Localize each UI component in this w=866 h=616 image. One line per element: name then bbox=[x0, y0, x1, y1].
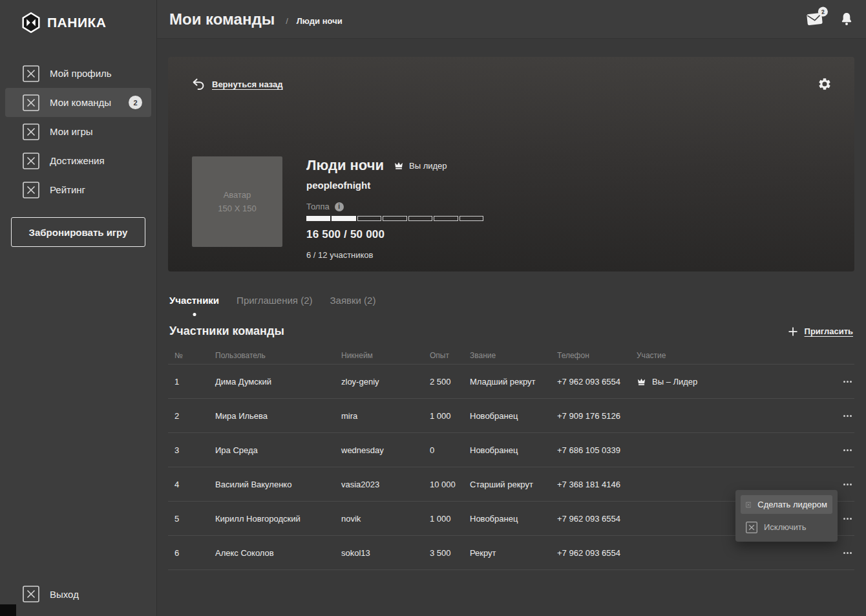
tab-label: Заявки (2) bbox=[330, 295, 376, 306]
messages-count-badge: 2 bbox=[818, 6, 828, 17]
main-area: Мои команды / Люди ночи 2 bbox=[157, 0, 866, 616]
member-nickname: zloy-geniy bbox=[341, 377, 430, 387]
crown-icon bbox=[394, 161, 404, 170]
col-header-num: № bbox=[168, 351, 191, 360]
member-num: 5 bbox=[168, 514, 191, 524]
breadcrumb-separator: / bbox=[286, 16, 288, 26]
panika-hexagon-logo-icon bbox=[21, 12, 41, 33]
sidebar-item-rating[interactable]: Рейтинг bbox=[5, 175, 151, 204]
team-settings-button[interactable] bbox=[818, 77, 832, 94]
invite-button[interactable]: Пригласить bbox=[788, 326, 853, 336]
sidebar-item-label: Рейтинг bbox=[50, 184, 85, 195]
participation-label: Вы – Лидер bbox=[652, 377, 697, 387]
row-menu-button[interactable] bbox=[826, 449, 854, 451]
placeholder-x-icon bbox=[746, 522, 757, 533]
member-num: 3 bbox=[168, 445, 191, 455]
tab-requests[interactable]: Заявки (2) bbox=[330, 295, 376, 316]
teams-count-badge: 2 bbox=[129, 96, 142, 109]
sidebar-item-label: Мои команды bbox=[50, 97, 111, 108]
crown-icon bbox=[637, 377, 646, 386]
member-participation: Вы – Лидер bbox=[637, 377, 826, 387]
col-header-participation: Участие bbox=[637, 351, 826, 360]
menu-item-label: Сделать лидером bbox=[757, 500, 827, 509]
topbar-icons: 2 bbox=[807, 12, 853, 27]
team-card: Вернуться назад Аватар 150 X 150 Люди но… bbox=[168, 57, 854, 271]
team-name: Люди ночи bbox=[306, 157, 384, 174]
progress-segment bbox=[332, 216, 355, 221]
info-icon[interactable]: i bbox=[335, 202, 344, 211]
sidebar-item-label: Достижения bbox=[50, 155, 105, 166]
plus-icon bbox=[788, 327, 797, 336]
sidebar-item-achievements[interactable]: Достижения bbox=[5, 146, 151, 175]
members-count: 6 / 12 участников bbox=[306, 250, 483, 260]
notifications-button[interactable] bbox=[840, 12, 853, 27]
sidebar-item-profile[interactable]: Мой профиль bbox=[5, 59, 151, 88]
members-section-title: Участники команды bbox=[169, 324, 284, 338]
member-rank: Новобранец bbox=[470, 411, 557, 421]
sidebar-nav: Мой профиль Мои команды 2 Мои игры Дости… bbox=[0, 59, 156, 204]
col-header-phone: Телефон bbox=[557, 351, 637, 360]
sidebar-item-games[interactable]: Мои игры bbox=[5, 117, 151, 146]
member-experience: 10 000 bbox=[430, 480, 470, 489]
placeholder-x-icon bbox=[23, 182, 39, 198]
page-title: Мои команды bbox=[169, 10, 275, 28]
member-name: Дима Думский bbox=[215, 377, 341, 387]
back-link-label: Вернуться назад bbox=[212, 80, 283, 89]
topbar: Мои команды / Люди ночи 2 bbox=[157, 0, 866, 39]
placeholder-x-icon bbox=[23, 586, 39, 602]
table-row: 1 Дима Думский zloy-geniy 2 500 Младший … bbox=[168, 365, 854, 399]
tab-invitations[interactable]: Приглашения (2) bbox=[237, 295, 312, 316]
col-header-nickname: Никнейм bbox=[341, 351, 430, 360]
member-phone: +7 962 093 6554 bbox=[557, 548, 637, 558]
crowd-progress bbox=[306, 216, 483, 221]
row-menu-button[interactable] bbox=[826, 483, 854, 485]
content: Вернуться назад Аватар 150 X 150 Люди но… bbox=[157, 39, 866, 616]
sidebar: ПАНИКА Мой профиль Мои команды 2 Мои игр… bbox=[0, 0, 157, 616]
team-handle: peopleofnight bbox=[306, 180, 483, 191]
bell-icon bbox=[840, 12, 853, 27]
row-menu-button[interactable] bbox=[826, 552, 854, 554]
member-phone: +7 368 181 4146 bbox=[557, 480, 637, 489]
tab-label: Участники bbox=[169, 295, 219, 306]
placeholder-x-icon bbox=[23, 123, 39, 140]
row-menu-button[interactable] bbox=[826, 381, 854, 383]
progress-segment bbox=[459, 216, 483, 221]
member-rank: Новобранец bbox=[470, 445, 557, 455]
member-rank: Младший рекрут bbox=[470, 377, 557, 387]
member-name: Ира Среда bbox=[215, 445, 341, 455]
member-nickname: sokol13 bbox=[341, 548, 430, 558]
back-arrow-icon bbox=[192, 78, 205, 90]
leader-chip-label: Вы лидер bbox=[409, 161, 447, 171]
sidebar-item-logout[interactable]: Выход bbox=[0, 586, 156, 602]
placeholder-x-icon bbox=[746, 499, 751, 511]
team-info: Люди ночи Вы лидер peopleofnight bbox=[306, 156, 483, 260]
brand-logo: ПАНИКА bbox=[0, 0, 156, 33]
member-experience: 3 500 bbox=[430, 548, 470, 558]
row-context-menu: Сделать лидером Исключить bbox=[735, 490, 838, 542]
col-header-rank: Звание bbox=[470, 351, 557, 360]
member-phone: +7 962 093 6554 bbox=[557, 377, 637, 387]
messages-button[interactable]: 2 bbox=[806, 12, 823, 27]
table-header-row: № Пользователь Никнейм Опыт Звание Телеф… bbox=[168, 346, 854, 365]
member-name: Кирилл Новгородский bbox=[215, 514, 341, 524]
invite-label: Пригласить bbox=[805, 326, 853, 336]
col-header-user: Пользователь bbox=[215, 351, 341, 360]
tab-members[interactable]: Участники bbox=[169, 295, 219, 316]
members-section-head: Участники команды Пригласить bbox=[169, 324, 853, 338]
logout-label: Выход bbox=[50, 589, 79, 600]
book-game-button[interactable]: Забронировать игру bbox=[11, 217, 145, 247]
member-experience: 0 bbox=[430, 445, 470, 455]
back-link[interactable]: Вернуться назад bbox=[192, 78, 283, 90]
team-avatar-placeholder: Аватар 150 X 150 bbox=[192, 156, 282, 247]
menu-item-exclude[interactable]: Исключить bbox=[741, 518, 832, 536]
placeholder-x-icon bbox=[23, 153, 39, 169]
progress-segment bbox=[357, 216, 381, 221]
sidebar-item-label: Мой профиль bbox=[50, 68, 112, 79]
row-menu-button[interactable] bbox=[826, 415, 854, 417]
member-experience: 2 500 bbox=[430, 377, 470, 387]
member-experience: 1 000 bbox=[430, 411, 470, 421]
menu-item-make-leader[interactable]: Сделать лидером bbox=[741, 495, 832, 514]
sidebar-item-teams[interactable]: Мои команды 2 bbox=[5, 88, 151, 117]
table-row: 3 Ира Среда wednesday 0 Новобранец +7 68… bbox=[168, 433, 854, 467]
tab-label: Приглашения (2) bbox=[237, 295, 312, 306]
